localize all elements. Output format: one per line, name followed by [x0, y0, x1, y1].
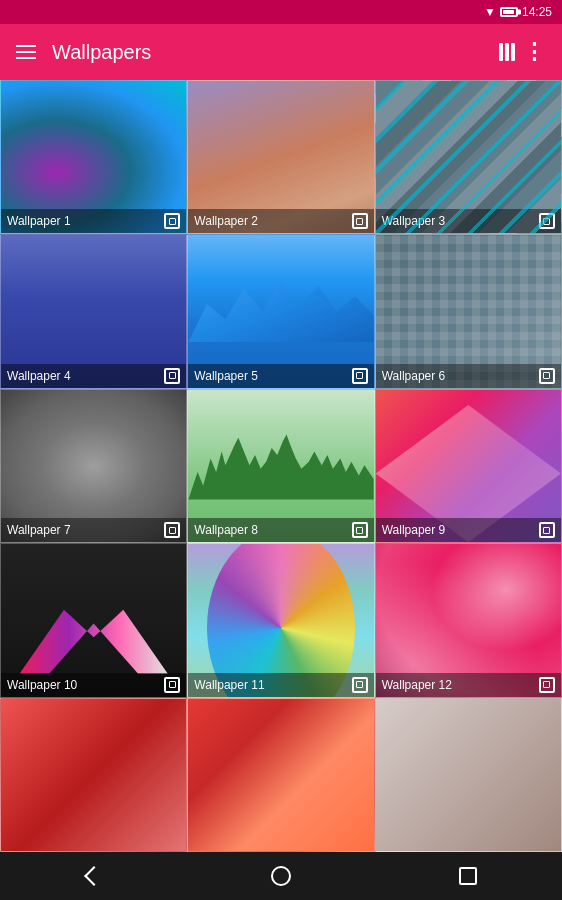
status-icons: ▼ 14:25 — [484, 5, 552, 19]
wallpaper-name-8: Wallpaper 8 — [194, 523, 258, 537]
view-column-button[interactable] — [499, 43, 515, 61]
wallpaper-grid: Wallpaper 1Wallpaper 2Wallpaper 3Wallpap… — [0, 80, 562, 852]
status-bar: ▼ 14:25 — [0, 0, 562, 24]
expand-icon-1[interactable] — [164, 213, 180, 229]
wallpaper-label-8: Wallpaper 8 — [188, 518, 373, 542]
wallpaper-item-10[interactable]: Wallpaper 10 — [0, 543, 187, 697]
status-time: 14:25 — [522, 5, 552, 19]
wallpaper-label-12: Wallpaper 12 — [376, 673, 561, 697]
wallpaper-name-7: Wallpaper 7 — [7, 523, 71, 537]
wallpaper-item-1[interactable]: Wallpaper 1 — [0, 80, 187, 234]
toolbar-icons: ⋮ — [499, 39, 546, 65]
expand-icon-9[interactable] — [539, 522, 555, 538]
wallpaper-name-11: Wallpaper 11 — [194, 678, 264, 692]
back-button[interactable] — [72, 854, 116, 898]
wifi-icon: ▼ — [484, 5, 496, 19]
wallpaper-name-3: Wallpaper 3 — [382, 214, 446, 228]
expand-icon-6[interactable] — [539, 368, 555, 384]
wallpaper-name-9: Wallpaper 9 — [382, 523, 446, 537]
wallpaper-name-2: Wallpaper 2 — [194, 214, 258, 228]
wallpaper-name-12: Wallpaper 12 — [382, 678, 452, 692]
wallpaper-item-12[interactable]: Wallpaper 12 — [375, 543, 562, 697]
wallpaper-item-7[interactable]: Wallpaper 7 — [0, 389, 187, 543]
wallpaper-item-15[interactable] — [375, 698, 562, 852]
wallpaper-item-2[interactable]: Wallpaper 2 — [187, 80, 374, 234]
wallpaper-item-9[interactable]: Wallpaper 9 — [375, 389, 562, 543]
wallpaper-name-10: Wallpaper 10 — [7, 678, 77, 692]
wallpaper-item-13[interactable] — [0, 698, 187, 852]
wallpaper-name-5: Wallpaper 5 — [194, 369, 258, 383]
expand-icon-7[interactable] — [164, 522, 180, 538]
wallpaper-name-4: Wallpaper 4 — [7, 369, 71, 383]
wallpaper-label-6: Wallpaper 6 — [376, 364, 561, 388]
battery-icon — [500, 7, 518, 17]
wallpaper-item-4[interactable]: Wallpaper 4 — [0, 234, 187, 388]
wallpaper-item-5[interactable]: Wallpaper 5 — [187, 234, 374, 388]
wallpaper-label-9: Wallpaper 9 — [376, 518, 561, 542]
wallpaper-name-6: Wallpaper 6 — [382, 369, 446, 383]
app-bar: Wallpapers ⋮ — [0, 24, 562, 80]
app-title: Wallpapers — [52, 41, 483, 64]
expand-icon-4[interactable] — [164, 368, 180, 384]
wallpaper-item-6[interactable]: Wallpaper 6 — [375, 234, 562, 388]
wallpaper-name-1: Wallpaper 1 — [7, 214, 71, 228]
wallpaper-label-11: Wallpaper 11 — [188, 673, 373, 697]
wallpaper-label-10: Wallpaper 10 — [1, 673, 186, 697]
more-options-button[interactable]: ⋮ — [523, 39, 546, 65]
expand-icon-2[interactable] — [352, 213, 368, 229]
wallpaper-label-4: Wallpaper 4 — [1, 364, 186, 388]
wallpaper-item-14[interactable] — [187, 698, 374, 852]
expand-icon-11[interactable] — [352, 677, 368, 693]
wallpaper-item-11[interactable]: Wallpaper 11 — [187, 543, 374, 697]
wallpaper-label-2: Wallpaper 2 — [188, 209, 373, 233]
expand-icon-3[interactable] — [539, 213, 555, 229]
wallpaper-label-5: Wallpaper 5 — [188, 364, 373, 388]
wallpaper-label-1: Wallpaper 1 — [1, 209, 186, 233]
menu-button[interactable] — [16, 45, 36, 59]
wallpaper-item-8[interactable]: Wallpaper 8 — [187, 389, 374, 543]
wallpaper-label-7: Wallpaper 7 — [1, 518, 186, 542]
navigation-bar — [0, 852, 562, 900]
expand-icon-10[interactable] — [164, 677, 180, 693]
home-button[interactable] — [259, 854, 303, 898]
expand-icon-12[interactable] — [539, 677, 555, 693]
wallpaper-label-3: Wallpaper 3 — [376, 209, 561, 233]
wallpaper-item-3[interactable]: Wallpaper 3 — [375, 80, 562, 234]
expand-icon-8[interactable] — [352, 522, 368, 538]
expand-icon-5[interactable] — [352, 368, 368, 384]
recents-button[interactable] — [446, 854, 490, 898]
